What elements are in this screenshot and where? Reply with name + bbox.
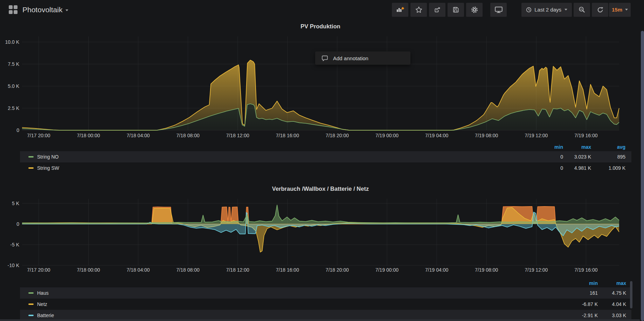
zoom-out-icon [579, 6, 585, 13]
legend-stat-avg: 1.009 K [591, 165, 631, 171]
legend-series-toggle[interactable]: String NO [20, 154, 535, 160]
monitor-icon [495, 6, 503, 13]
series-color-swatch [28, 292, 34, 294]
x-tick-label: 7/19 12:00 [525, 133, 548, 138]
legend-stat-avg: 895 [591, 154, 631, 160]
legend-header: minmaxavg [20, 143, 631, 151]
x-tick-label: 7/19 00:00 [375, 267, 399, 273]
share-icon [434, 6, 441, 13]
save-icon [452, 6, 459, 13]
legend-row-string-no: String NO03.023 K895 [20, 151, 631, 162]
save-button[interactable] [448, 3, 464, 17]
horizontal-scrollbar[interactable] [0, 319, 640, 321]
y-tick-label: -10 K [8, 263, 20, 268]
chevron-down-icon [65, 9, 68, 11]
dashboard-title[interactable]: Photovoltaik [22, 6, 62, 14]
pv-produktion-chart[interactable]: 10.0 K7.5 K5.0 K2.5 K07/17 20:007/18 00:… [0, 32, 627, 141]
comment-icon [321, 55, 328, 61]
legend-column-min[interactable]: min [535, 144, 563, 150]
refresh-button[interactable] [592, 3, 608, 17]
legend-column-avg[interactable]: avg [591, 144, 631, 150]
add-panel-icon [396, 6, 404, 13]
legend-series-name: Batterie [37, 313, 54, 318]
y-tick-label: 5 K [12, 201, 20, 206]
x-tick-label: 7/19 04:00 [425, 133, 448, 138]
x-tick-label: 7/18 20:00 [326, 267, 349, 273]
legend-stat-max: 4.75 K [598, 290, 631, 296]
y-tick-label: 0 [16, 127, 19, 133]
x-tick-label: 7/18 08:00 [176, 133, 200, 138]
star-button[interactable] [410, 3, 427, 17]
legend-series-toggle[interactable]: Haus [20, 290, 570, 296]
legend-stat-max: 4.04 K [598, 301, 631, 307]
verbrauch-chart[interactable]: 5 K0-5 K-10 K7/17 20:007/18 00:007/18 04… [0, 196, 627, 277]
x-tick-label: 7/18 16:00 [276, 267, 299, 273]
legend-column-max[interactable]: max [563, 144, 591, 150]
legend-series-toggle[interactable]: Batterie [20, 313, 570, 318]
cycle-view-button[interactable] [490, 3, 507, 17]
panel-scrollbar-thumb[interactable] [630, 281, 632, 308]
legend-series-name: String SW [37, 165, 59, 171]
legend-column-max[interactable]: max [598, 280, 631, 286]
legend-column-min[interactable]: min [570, 280, 598, 286]
add-panel-button[interactable] [392, 3, 408, 17]
legend-series-name: Netz [37, 301, 47, 307]
x-tick-label: 7/17 20:00 [27, 267, 50, 273]
x-tick-label: 7/19 08:00 [475, 133, 498, 138]
legend-row-haus: Haus1614.75 K [20, 287, 631, 299]
legend-stat-min: -2.91 K [570, 313, 598, 318]
legend-stat-max: 3.023 K [563, 154, 591, 160]
vertical-scrollbar-thumb[interactable] [641, 31, 644, 321]
refresh-icon [597, 7, 603, 13]
x-tick-label: 7/19 08:00 [475, 267, 498, 273]
legend-stat-min: -6.87 K [570, 301, 598, 307]
series-color-swatch [28, 167, 34, 169]
grafana-dashboard: Photovoltaik [0, 0, 644, 321]
chevron-down-icon [625, 9, 628, 11]
time-range-picker[interactable]: Last 2 days [521, 3, 572, 17]
share-button[interactable] [429, 3, 445, 17]
x-tick-label: 7/18 08:00 [176, 267, 200, 273]
add-annotation-label: Add annotation [333, 55, 368, 61]
x-tick-label: 7/18 12:00 [226, 133, 249, 138]
chevron-down-icon [565, 9, 567, 11]
x-tick-label: 7/19 16:00 [574, 133, 597, 138]
x-tick-label: 7/18 12:00 [226, 267, 249, 273]
x-tick-label: 7/18 00:00 [77, 133, 100, 138]
legend-header: minmax [20, 279, 631, 287]
y-tick-label: 0 [16, 221, 19, 227]
settings-button[interactable] [466, 3, 483, 17]
add-annotation-menu-item[interactable]: Add annotation [315, 51, 410, 65]
dashboards-grid-icon [8, 5, 18, 14]
refresh-interval-picker[interactable]: 15m [609, 3, 631, 17]
series-color-swatch [28, 303, 34, 305]
clock-icon [526, 7, 532, 13]
panel-title-verbrauch[interactable]: Verbrauch /Wallbox / Batterie / Netz [0, 186, 641, 192]
legend-stat-min: 0 [535, 165, 563, 171]
x-tick-label: 7/18 04:00 [126, 133, 150, 138]
gear-icon [471, 6, 478, 13]
legend-row-netz: Netz-6.87 K4.04 K [20, 299, 631, 310]
time-range-label: Last 2 days [534, 7, 561, 13]
legend-series-toggle[interactable]: String SW [20, 165, 535, 171]
refresh-interval-label: 15m [612, 7, 622, 13]
zoom-out-button[interactable] [574, 3, 590, 17]
x-tick-label: 7/19 00:00 [375, 133, 399, 138]
x-tick-label: 7/19 12:00 [525, 267, 548, 273]
navbar: Photovoltaik [0, 0, 644, 19]
legend-stat-min: 161 [570, 290, 598, 296]
legend-stat-max: 4.981 K [563, 165, 591, 171]
x-tick-label: 7/18 00:00 [77, 267, 100, 273]
x-tick-label: 7/17 20:00 [27, 133, 50, 138]
x-tick-label: 7/18 16:00 [276, 133, 299, 138]
y-tick-label: 10.0 K [5, 39, 20, 45]
star-icon [415, 6, 422, 13]
y-tick-label: 5.0 K [8, 83, 19, 89]
x-tick-label: 7/18 04:00 [126, 267, 150, 273]
panel-title-pv-produktion[interactable]: PV Produktion [0, 23, 641, 30]
legend-stat-min: 0 [535, 154, 563, 160]
dashboard-picker[interactable]: Photovoltaik [8, 5, 68, 14]
legend-stat-max: 3.03 K [598, 313, 631, 318]
legend-series-toggle[interactable]: Netz [20, 301, 570, 307]
series-color-swatch [28, 156, 34, 158]
